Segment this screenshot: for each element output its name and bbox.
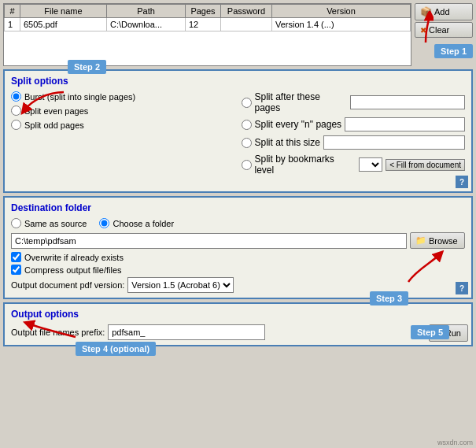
split-size-input[interactable] <box>323 135 465 150</box>
col-version: Version <box>272 5 411 18</box>
step3-callout: Step 3 <box>370 291 408 305</box>
version-select[interactable]: Version 1.5 (Acrobat 6) <box>127 277 234 293</box>
split-bookmarks-row: Split by bookmarks level < Fill from doc… <box>242 154 466 176</box>
col-password: Password <box>221 5 272 18</box>
fill-button[interactable]: < Fill from document <box>386 159 465 171</box>
watermark: wsxdn.com <box>437 439 473 446</box>
step5-callout: Step 5 <box>411 325 449 339</box>
destination-panel: Destination folder Same as source Choose… <box>3 196 473 299</box>
split-options-panel: Split options Step 2 Burst (split into s <box>3 69 473 193</box>
dest-help-button[interactable]: ? <box>456 282 468 294</box>
radio-odd[interactable]: Split odd pages <box>11 120 235 130</box>
arrow-step1 <box>394 11 434 46</box>
overwrite-row[interactable]: Overwrite if already exists <box>11 252 465 262</box>
col-num: # <box>5 5 20 18</box>
split-options-title: Split options <box>11 76 465 87</box>
arrow-step2 <box>17 88 72 116</box>
arrow-step4 <box>20 317 83 341</box>
output-options-panel: Output options Output file names prefix:… <box>3 302 473 346</box>
compress-row[interactable]: Compress output file/files <box>11 265 465 275</box>
destination-title: Destination folder <box>11 202 465 213</box>
destination-path-input[interactable] <box>11 233 407 249</box>
radio-same-source[interactable]: Same as source <box>11 218 87 228</box>
split-every-input[interactable] <box>345 117 465 131</box>
split-size-row: Split at this size <box>242 135 466 150</box>
table-row: 1 6505.pdf C:\Downloa... 12 Version 1.4 … <box>5 18 411 31</box>
browse-icon: 📁 <box>415 235 426 246</box>
split-after-input[interactable] <box>350 95 465 109</box>
bookmarks-select[interactable] <box>359 157 382 172</box>
prefix-input[interactable] <box>108 324 265 340</box>
radio-choose-folder[interactable]: Choose a folder <box>99 218 174 228</box>
version-row: Output document pdf version: Version 1.5… <box>11 277 465 293</box>
step2-callout: Step 2 <box>68 60 106 74</box>
step4-callout: Step 4 (optional) <box>76 342 156 356</box>
split-after-row: Split after these pages <box>242 91 466 113</box>
arrow-step3 <box>400 246 448 286</box>
split-every-row: Split every "n" pages <box>242 117 466 131</box>
col-path: Path <box>107 5 186 18</box>
step1-callout: Step 1 <box>434 44 473 58</box>
split-help-button[interactable]: ? <box>456 176 468 188</box>
col-pages: Pages <box>186 5 221 18</box>
col-filename: File name <box>20 5 107 18</box>
